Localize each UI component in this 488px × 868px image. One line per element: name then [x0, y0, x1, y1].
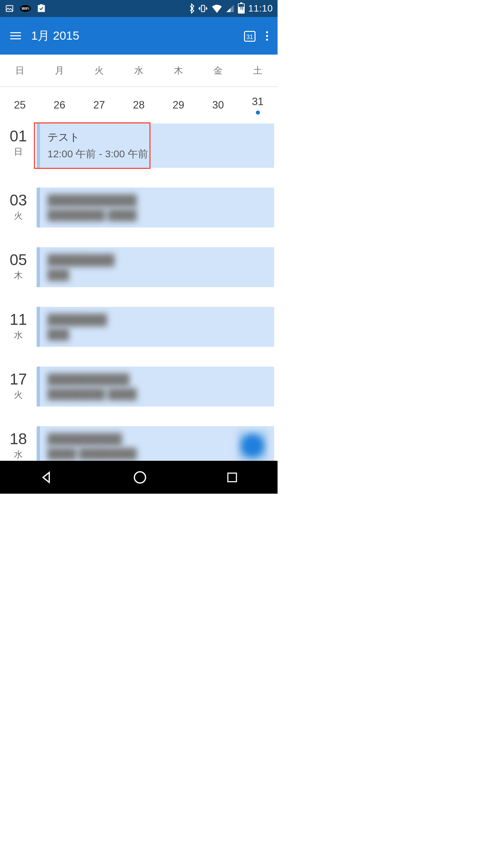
- event-card[interactable]: ███████████████████ ████: [37, 367, 274, 407]
- event-title: █████████: [47, 254, 267, 266]
- event-title: ████████: [47, 314, 267, 326]
- bluetooth-icon: [188, 3, 195, 14]
- dow-wed: 水: [119, 55, 159, 86]
- dow-tue: 火: [79, 55, 119, 86]
- agenda-events: ███████████: [37, 307, 274, 347]
- agenda-events: ████████████████████ ████: [37, 188, 274, 228]
- event-title: ████████████: [47, 194, 267, 206]
- cell-signal-icon: [226, 4, 235, 13]
- event-avatar: [238, 431, 267, 461]
- agenda-date: 18水: [0, 426, 37, 460]
- event-card[interactable]: テスト12:00 午前 - 3:00 午前: [37, 123, 274, 168]
- today-button[interactable]: 31: [238, 24, 261, 47]
- event-time: ███: [47, 269, 267, 280]
- week-dates-row[interactable]: 25 26 27 28 29 30 31: [0, 87, 278, 123]
- date-cell[interactable]: 30: [198, 99, 238, 111]
- agenda-events: ██████████████ ████████: [37, 426, 274, 466]
- agenda-day-number: 05: [0, 251, 37, 269]
- agenda-date: 05木: [0, 247, 37, 281]
- agenda-date: 17火: [0, 367, 37, 401]
- agenda-row: 11水███████████: [0, 307, 274, 347]
- event-time: ████ ████████: [47, 448, 267, 459]
- home-button[interactable]: [133, 470, 147, 485]
- agenda-day-label: 火: [0, 389, 37, 401]
- event-title: ██████████: [47, 433, 267, 445]
- agenda-day-label: 日: [0, 146, 37, 158]
- agenda-events: テスト12:00 午前 - 3:00 午前: [37, 123, 274, 168]
- event-card[interactable]: ██████████████ ████████: [37, 426, 274, 466]
- event-card[interactable]: ████████████: [37, 247, 274, 287]
- date-cell[interactable]: 25: [0, 99, 40, 111]
- event-card[interactable]: ████████████████████ ████: [37, 188, 274, 228]
- agenda-date: 03火: [0, 188, 37, 222]
- date-cell[interactable]: 28: [119, 99, 159, 111]
- agenda-row: 01日テスト12:00 午前 - 3:00 午前: [0, 123, 274, 168]
- date-cell-has-event[interactable]: 31: [238, 96, 278, 115]
- agenda-day-number: 18: [0, 430, 37, 448]
- agenda-row: 17火███████████████████ ████: [0, 367, 274, 407]
- agenda-row: 18水██████████████ ████████: [0, 426, 274, 466]
- svg-rect-7: [228, 473, 236, 481]
- navigation-bar: [0, 461, 278, 494]
- vibrate-icon: [198, 4, 208, 13]
- agenda-day-number: 17: [0, 370, 37, 388]
- agenda-events: ████████████: [37, 247, 274, 287]
- svg-point-6: [134, 472, 145, 483]
- status-clock: 11:10: [248, 3, 273, 14]
- svg-text:WiFi: WiFi: [21, 6, 29, 11]
- agenda-row: 05木████████████: [0, 247, 274, 287]
- event-time: ███: [47, 329, 267, 340]
- dow-sat: 土: [238, 55, 278, 86]
- status-right-icons: 70 11:10: [188, 3, 273, 14]
- svg-text:31: 31: [246, 33, 253, 40]
- agenda-date: 11水: [0, 307, 37, 341]
- date-cell[interactable]: 27: [79, 99, 119, 111]
- svg-rect-3: [202, 5, 205, 12]
- agenda-day-number: 11: [0, 310, 37, 329]
- event-title: テスト: [47, 130, 267, 144]
- date-cell[interactable]: 26: [40, 99, 79, 111]
- back-button[interactable]: [39, 470, 54, 485]
- battery-percent: 70: [240, 7, 243, 11]
- dow-sun: 日: [0, 55, 40, 86]
- event-title: ███████████: [47, 373, 267, 386]
- date-cell[interactable]: 29: [159, 99, 198, 111]
- gallery-icon: [5, 4, 14, 13]
- event-time: ████████ ████: [47, 388, 267, 400]
- menu-icon[interactable]: [5, 27, 26, 45]
- wifi-signal-icon: [211, 4, 222, 13]
- event-time: ████████ ████: [47, 209, 267, 221]
- battery-icon: 70: [238, 3, 245, 14]
- overflow-menu-icon[interactable]: [261, 26, 273, 45]
- dow-mon: 月: [40, 55, 79, 86]
- agenda-events: ███████████████████ ████: [37, 367, 274, 407]
- dow-fri: 金: [198, 55, 238, 86]
- event-card[interactable]: ███████████: [37, 307, 274, 347]
- agenda-list[interactable]: 01日テスト12:00 午前 - 3:00 午前03火█████████████…: [0, 123, 278, 466]
- day-of-week-header: 日 月 火 水 木 金 土: [0, 55, 278, 87]
- agenda-day-number: 03: [0, 191, 37, 209]
- status-bar: WiFi 70 11:10: [0, 0, 278, 17]
- agenda-day-number: 01: [0, 127, 37, 145]
- app-title[interactable]: 1月 2015: [31, 28, 238, 44]
- app-bar: 1月 2015 31: [0, 17, 278, 55]
- download-done-icon: [37, 4, 46, 13]
- agenda-date: 01日: [0, 123, 37, 158]
- agenda-day-label: 木: [0, 270, 37, 281]
- agenda-day-label: 水: [0, 449, 37, 460]
- agenda-day-label: 水: [0, 329, 37, 341]
- dow-thu: 木: [159, 55, 198, 86]
- wifi-badge-icon: WiFi: [20, 5, 31, 12]
- event-time: 12:00 午前 - 3:00 午前: [47, 147, 267, 161]
- recent-apps-button[interactable]: [226, 471, 239, 484]
- agenda-day-label: 火: [0, 210, 37, 222]
- agenda-row: 03火████████████████████ ████: [0, 188, 274, 228]
- status-left-icons: WiFi: [5, 4, 46, 13]
